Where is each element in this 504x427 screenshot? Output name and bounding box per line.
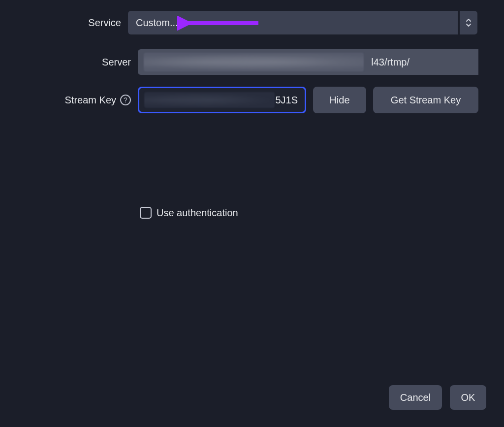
hide-button[interactable]: Hide (313, 87, 366, 113)
service-label: Service (0, 17, 128, 29)
use-auth-label: Use authentication (157, 207, 238, 219)
get-stream-key-button[interactable]: Get Stream Key (373, 87, 478, 113)
stream-key-label: Stream Key (65, 95, 116, 106)
server-label: Server (0, 57, 138, 68)
server-redacted-region (144, 53, 364, 71)
stream-key-value-visible-fragment: 5J1S (275, 95, 298, 106)
service-select-value: Custom... (136, 17, 178, 29)
ok-button[interactable]: OK (450, 385, 486, 410)
server-input[interactable]: l43/rtmp/ (138, 49, 478, 75)
stream-key-input[interactable]: 5J1S (138, 87, 306, 113)
help-icon[interactable]: ? (120, 95, 131, 105)
stream-key-redacted-region (144, 92, 275, 108)
cancel-button[interactable]: Cancel (389, 385, 442, 410)
server-value-visible-fragment: l43/rtmp/ (371, 57, 410, 68)
use-auth-checkbox[interactable] (140, 207, 152, 219)
service-select-stepper[interactable] (460, 11, 477, 34)
annotation-arrow-icon (177, 16, 261, 31)
